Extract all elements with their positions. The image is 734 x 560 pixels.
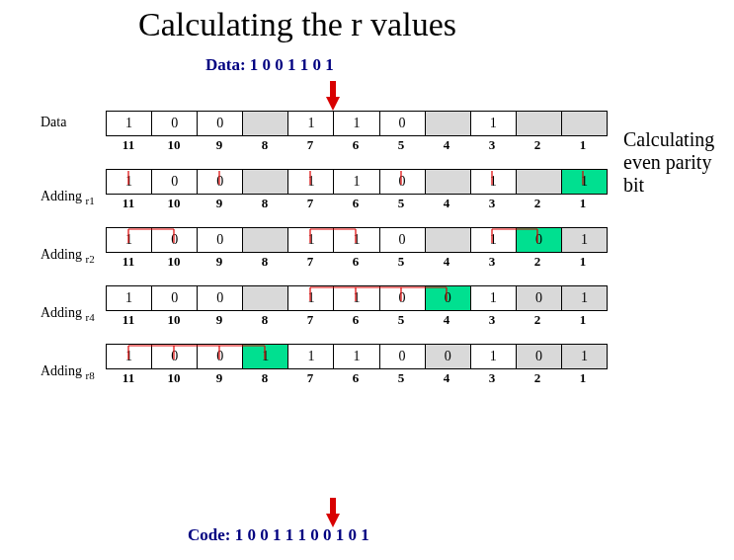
cell: 0 <box>197 345 242 368</box>
cell: 0 <box>379 112 425 135</box>
position-index: 5 <box>378 136 424 153</box>
position-index: 4 <box>424 136 469 153</box>
side-note-l1: Calculating <box>623 128 714 150</box>
cell: 1 <box>287 228 333 252</box>
cell: 1 <box>107 345 151 368</box>
cell: 1 <box>333 345 378 368</box>
cell <box>561 112 607 135</box>
cell <box>242 170 287 194</box>
side-note: Calculating even parity bit <box>623 128 714 197</box>
position-index: 3 <box>469 136 515 153</box>
table-row: Adding r410011001011110987654321 <box>41 285 608 328</box>
cell: 1 <box>333 286 378 310</box>
position-index: 7 <box>287 136 333 153</box>
cells: 1001100101 <box>106 285 608 311</box>
position-index: 1 <box>560 253 606 270</box>
page-title: Calculating the r values <box>138 6 456 43</box>
position-index: 8 <box>242 253 287 270</box>
cell: 1 <box>470 286 516 310</box>
position-index: 7 <box>287 311 333 328</box>
cell: 0 <box>151 286 197 310</box>
cell: 0 <box>197 112 242 135</box>
row-label: Data <box>41 115 106 130</box>
position-index: 5 <box>378 195 424 211</box>
cell: 0 <box>151 112 197 135</box>
cell: 1 <box>287 286 333 310</box>
cell: 1 <box>470 112 516 135</box>
side-note-l2: even parity <box>623 151 711 173</box>
cell <box>425 228 470 252</box>
row-label: Adding r4 <box>41 305 106 323</box>
table-row: Adding r1100110111110987654321 <box>41 169 608 211</box>
position-index: 2 <box>515 136 560 153</box>
index-row: 1110987654321 <box>106 311 606 328</box>
position-index: 8 <box>242 195 287 211</box>
position-index: 9 <box>197 311 242 328</box>
cell: 1 <box>561 345 607 368</box>
side-note-l3: bit <box>623 174 644 196</box>
cells: 10011011 <box>106 169 608 195</box>
position-index: 10 <box>151 311 197 328</box>
cells: 10011100101 <box>106 344 608 369</box>
cell: 0 <box>425 345 470 368</box>
table-row: Data10011011110987654321 <box>41 111 608 153</box>
index-row: 1110987654321 <box>106 136 606 153</box>
cell: 0 <box>197 286 242 310</box>
position-index: 8 <box>242 369 287 386</box>
position-index: 6 <box>333 311 378 328</box>
cell: 0 <box>516 228 561 252</box>
position-index: 5 <box>378 369 424 386</box>
position-index: 3 <box>469 369 515 386</box>
cell: 0 <box>379 170 425 194</box>
table-row: Adding r8100111001011110987654321 <box>41 344 608 386</box>
cell: 0 <box>197 170 242 194</box>
position-index: 11 <box>106 253 151 270</box>
position-index: 4 <box>424 195 469 211</box>
cell: 1 <box>287 170 333 194</box>
cell: 1 <box>107 286 151 310</box>
cell: 1 <box>333 170 378 194</box>
position-index: 1 <box>560 195 606 211</box>
position-index: 11 <box>106 311 151 328</box>
position-index: 6 <box>333 369 378 386</box>
cell: 0 <box>379 286 425 310</box>
position-index: 9 <box>197 253 242 270</box>
position-index: 1 <box>560 369 606 386</box>
position-index: 2 <box>515 195 560 211</box>
position-index: 9 <box>197 136 242 153</box>
diagram: Data10011011110987654321Adding r11001101… <box>41 77 608 392</box>
position-index: 9 <box>197 195 242 211</box>
cell <box>242 112 287 135</box>
cell <box>242 228 287 252</box>
position-index: 8 <box>242 136 287 153</box>
position-index: 7 <box>287 253 333 270</box>
code-heading: Code: 1 0 0 1 1 1 0 0 1 0 1 <box>188 525 369 545</box>
position-index: 5 <box>378 311 424 328</box>
position-index: 3 <box>469 311 515 328</box>
position-index: 6 <box>333 136 378 153</box>
arrow-bottom-head <box>326 514 340 527</box>
cells: 1001101 <box>106 111 608 136</box>
position-index: 6 <box>333 253 378 270</box>
position-index: 5 <box>378 253 424 270</box>
cell: 1 <box>470 170 516 194</box>
position-index: 10 <box>151 195 197 211</box>
cell: 0 <box>151 170 197 194</box>
position-index: 4 <box>424 311 469 328</box>
position-index: 1 <box>560 311 606 328</box>
row-label: Adding r8 <box>41 363 106 381</box>
cell: 0 <box>516 286 561 310</box>
arrow-bottom-stem <box>330 498 336 514</box>
cell: 1 <box>333 112 378 135</box>
cells: 100110101 <box>106 227 608 253</box>
cell: 0 <box>425 286 470 310</box>
index-row: 1110987654321 <box>106 253 606 270</box>
position-index: 8 <box>242 311 287 328</box>
cell: 1 <box>242 345 287 368</box>
data-heading: Data: 1 0 0 1 1 0 1 <box>205 55 334 75</box>
position-index: 1 <box>560 136 606 153</box>
cell: 1 <box>333 228 378 252</box>
cell: 1 <box>561 228 607 252</box>
cell: 0 <box>151 345 197 368</box>
table-row: Adding r21001101011110987654321 <box>41 227 608 270</box>
